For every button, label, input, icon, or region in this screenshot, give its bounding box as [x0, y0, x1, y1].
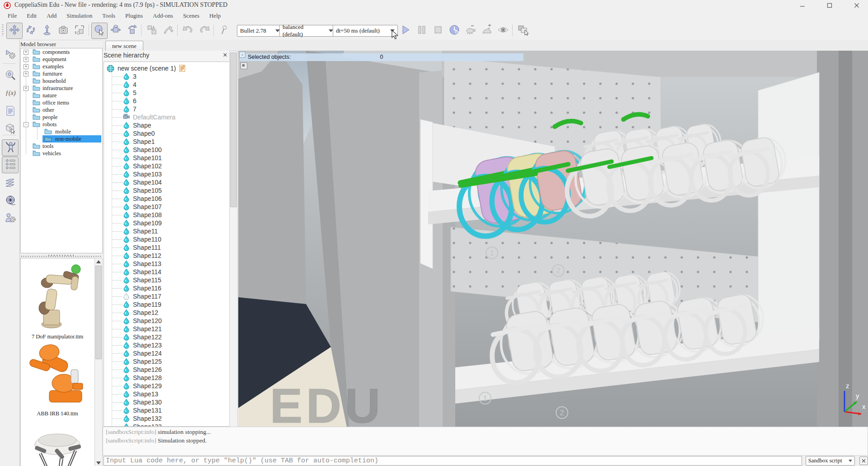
model-folder-components[interactable]: +components [21, 48, 102, 56]
model-folder-nature[interactable]: nature [21, 92, 102, 99]
hierarchy-item[interactable]: Shape119 [104, 300, 230, 309]
physics-engine-combo[interactable]: Bullet 2.78 [237, 25, 283, 37]
hierarchy-item[interactable]: Shape106 [104, 195, 230, 203]
model-thumbnail[interactable]: ABB IRB 140.ttm [24, 340, 90, 417]
hierarchy-item[interactable]: Shape130 [104, 398, 230, 406]
video-recorder-button[interactable] [2, 193, 19, 209]
hierarchy-item[interactable]: Shape108 [104, 211, 230, 219]
menu-simulation[interactable]: Simulation [61, 11, 97, 20]
camera-fit-button[interactable] [55, 23, 71, 39]
hierarchy-item[interactable]: Shape0 [104, 129, 230, 138]
close-icon[interactable]: ✕ [222, 52, 228, 58]
model-thumbnail[interactable]: 7 DoF manipulator.ttm [24, 263, 90, 340]
hierarchy-item[interactable]: 7 [104, 105, 230, 113]
scene-object-find-button[interactable] [2, 68, 19, 85]
scene-script-icon[interactable] [179, 65, 186, 72]
redo-button[interactable] [196, 23, 212, 39]
hierarchy-item[interactable]: Shape124 [104, 349, 230, 357]
hierarchy-item[interactable]: Shape101 [104, 154, 230, 162]
object-shift-button[interactable] [108, 23, 124, 39]
hierarchy-item[interactable]: Shape116 [104, 284, 230, 292]
hierarchy-item[interactable]: Shape121 [104, 325, 230, 333]
hierarchy-item[interactable]: Shape102 [104, 162, 230, 170]
region-select-button[interactable] [71, 23, 88, 39]
model-folder-household[interactable]: household [21, 77, 102, 85]
hierarchy-item[interactable]: Shape110 [104, 235, 230, 243]
time-step-combo[interactable]: dt=50 ms (default) [333, 25, 398, 37]
stop-simulation-button[interactable] [430, 23, 446, 39]
calculation-modules-button[interactable]: ƒ(x) [2, 85, 19, 102]
hierarchy-item[interactable]: Shape115 [104, 276, 230, 284]
model-folder-equipment[interactable]: +equipment [21, 56, 102, 63]
model-folder-infrastructure[interactable]: +infrastructure [21, 85, 102, 92]
model-browser-toggle-button[interactable] [2, 139, 19, 156]
hierarchy-item[interactable]: Shape117 [104, 292, 230, 300]
model-folder-robots[interactable]: -robots [21, 121, 102, 128]
collapse-icon[interactable]: - [24, 122, 28, 127]
camera-pan-button[interactable] [6, 23, 23, 39]
model-folder-examples[interactable]: +examples [21, 63, 102, 70]
expand-icon[interactable]: + [24, 86, 28, 91]
hierarchy-item[interactable]: Shape126 [104, 366, 230, 374]
model-folder-people[interactable]: people [21, 114, 102, 121]
hierarchy-item[interactable]: 3 [104, 72, 230, 81]
start-simulation-button[interactable] [397, 23, 414, 39]
hierarchy-item[interactable]: Shape13 [104, 390, 230, 398]
scrollbar-thumb[interactable] [95, 266, 102, 359]
hierarchy-item[interactable]: DefaultCamera [104, 113, 230, 121]
user-settings-button[interactable] [2, 210, 19, 227]
slow-down-button[interactable] [462, 23, 479, 39]
close-button[interactable] [846, 0, 867, 11]
page-selector-button[interactable] [515, 23, 531, 39]
hierarchy-item[interactable]: Shape103 [104, 170, 230, 178]
overlay-toggle-button[interactable] [241, 62, 247, 69]
toolbar-grip[interactable] [2, 24, 4, 36]
maximize-button[interactable] [819, 0, 840, 11]
hierarchy-item[interactable]: 6 [104, 97, 230, 105]
hierarchy-item[interactable]: Shape129 [104, 382, 230, 390]
hierarchy-item[interactable]: Shape112 [104, 252, 230, 260]
model-folder-furniture[interactable]: +furniture [21, 70, 102, 77]
hierarchy-item[interactable]: Shape105 [104, 186, 230, 195]
hierarchy-item[interactable]: Shape131 [104, 406, 230, 414]
model-folder-non-mobile[interactable]: non-mobile [21, 135, 102, 143]
assemble-button[interactable] [144, 23, 160, 39]
object-rotate-button[interactable] [124, 23, 140, 39]
hierarchy-item[interactable]: Shape128 [104, 374, 230, 382]
realtime-toggle-button[interactable]: RT [446, 23, 462, 39]
transfer-dna-button[interactable] [160, 23, 176, 39]
collapse-overlay-button[interactable]: - [239, 52, 245, 58]
viewport-3d[interactable]: 1 2 3 1 2 EDU [238, 51, 868, 427]
menu-add[interactable]: Add [42, 11, 61, 20]
menu-add-ons[interactable]: Add-ons [148, 11, 178, 20]
hierarchy-item[interactable]: Shape107 [104, 203, 230, 211]
hierarchy-item[interactable]: Shape113 [104, 260, 230, 268]
hierarchy-item[interactable]: Shape104 [104, 178, 230, 186]
hierarchy-item[interactable]: Shape125 [104, 357, 230, 366]
hierarchy-item[interactable]: Shape114 [104, 268, 230, 276]
panel-splitter[interactable] [20, 254, 102, 257]
console-close-button[interactable] [859, 456, 868, 465]
hierarchy-item[interactable]: Shape123 [104, 341, 230, 349]
model-thumbnail[interactable] [24, 432, 90, 466]
expand-icon[interactable]: + [24, 71, 28, 76]
model-folder-mobile[interactable]: mobile [21, 128, 102, 135]
model-list-scrollbar[interactable] [94, 258, 103, 466]
hierarchy-root[interactable]: new scene (scene 1) [107, 64, 230, 72]
hierarchy-item[interactable]: Shape120 [104, 317, 230, 325]
camera-shift-button[interactable] [39, 23, 55, 39]
menu-file[interactable]: File [3, 11, 22, 20]
hierarchy-item[interactable]: Shape [104, 121, 230, 129]
scroll-up-icon[interactable] [95, 258, 102, 265]
camera-rotate-button[interactable] [23, 23, 39, 39]
hierarchy-item[interactable]: Shape132 [104, 414, 230, 423]
hierarchy-item[interactable]: Shape109 [104, 219, 230, 227]
layers-button[interactable] [2, 176, 19, 192]
tab-new-scene[interactable]: new scene [105, 41, 143, 51]
hierarchy-item[interactable]: 5 [104, 89, 230, 97]
expand-icon[interactable]: + [24, 57, 28, 62]
hierarchy-item[interactable]: Shape122 [104, 333, 230, 341]
menu-plugins[interactable]: Plugins [120, 11, 148, 20]
hierarchy-scrollbar[interactable] [229, 51, 238, 428]
undo-button[interactable] [180, 23, 196, 39]
